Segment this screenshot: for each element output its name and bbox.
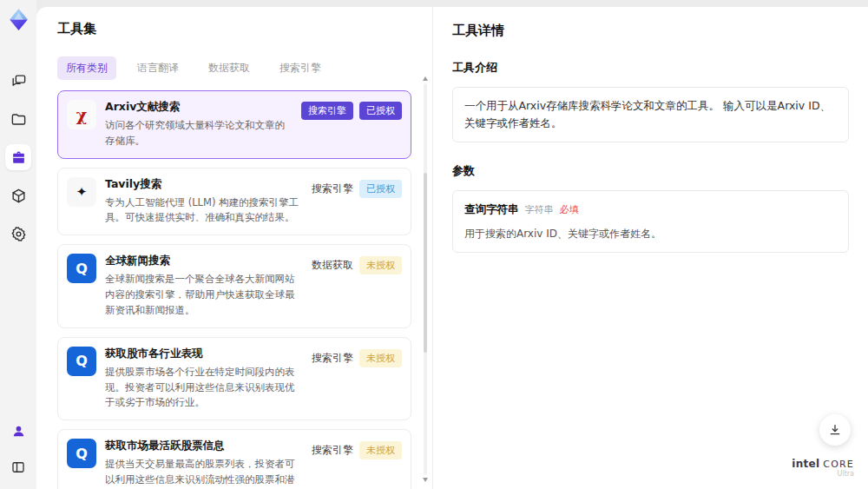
category-badge: 搜索引擎 [312,440,353,460]
category-tab[interactable]: 所有类别 [57,56,116,80]
category-tab[interactable]: 数据获取 [200,56,259,80]
folder-icon [10,111,27,128]
category-tab[interactable]: 语言翻译 [128,56,187,80]
tools-list-panel: 工具集 所有类别语言翻译数据获取搜索引擎 χ Arxiv文献搜索 访问各个研究领… [36,7,432,489]
auth-status-badge: 已授权 [359,102,402,120]
main-card: 工具集 所有类别语言翻译数据获取搜索引擎 χ Arxiv文献搜索 访问各个研究领… [36,7,868,489]
gear-icon [10,226,27,242]
category-badge: 数据获取 [312,255,353,275]
auth-status-badge: 未授权 [359,256,402,274]
app-logo-icon [7,8,30,31]
sidebar-item-cube[interactable] [5,182,31,208]
sidebar-item-chat[interactable] [5,68,31,94]
tool-list-item[interactable]: Q 全球新闻搜索 全球新闻搜索是一个聚合全球各大新闻网站内容的搜索引擎，帮助用户… [57,244,411,327]
category-tab[interactable]: 搜索引擎 [271,56,330,80]
tool-list-item[interactable]: χ Arxiv文献搜索 访问各个研究领域大量科学论文和文章的存储库。 搜索引擎 … [57,90,411,159]
panel-toggle-icon [10,459,26,475]
auth-status-badge: 未授权 [359,441,402,459]
tool-list-item[interactable]: Q 获取市场最活跃股票信息 提供当天交易量最高的股票列表，投资者可以利用这些信息… [57,429,411,489]
tool-description: 全球新闻搜索是一个聚合全球各大新闻网站内容的搜索引擎，帮助用户快速获取全球最新资… [105,272,303,318]
tool-description: 提供当天交易量最高的股票列表，投资者可以利用这些信息来识别流动性强的股票和潜在的… [105,457,303,489]
category-badge: 搜索引擎 [312,348,353,368]
tool-list-item[interactable]: Q 获取股市各行业表现 提供股票市场各个行业在特定时间段内的表现。投资者可以利用… [57,337,411,420]
auth-status-badge: 未授权 [359,349,402,367]
sidebar [0,0,36,489]
category-badge: 搜索引擎 [301,102,353,120]
scroll-up-icon[interactable] [423,76,428,81]
params-heading: 参数 [452,163,849,179]
tool-list: χ Arxiv文献搜索 访问各个研究领域大量科学论文和文章的存储库。 搜索引擎 … [57,90,411,489]
category-tabs: 所有类别语言翻译数据获取搜索引擎 [57,56,411,80]
intro-text: 一个用于从Arxiv存储库搜索科学论文和文章的工具。 输入可以是Arxiv ID… [464,99,831,129]
sidebar-item-briefcase[interactable] [5,144,31,170]
param-type: 字符串 [525,202,554,218]
page-title: 工具集 [57,21,411,37]
sidebar-item-folder[interactable] [5,106,31,132]
scroll-down-icon[interactable] [423,478,428,482]
cube-icon [10,188,27,204]
param-description: 用于搜索的Arxiv ID、关键字或作者姓名。 [464,226,837,242]
tavily-icon: ✦ [67,177,96,207]
category-badge: 搜索引擎 [312,179,353,199]
tool-title: Arxiv文献搜索 [105,100,293,115]
download-button[interactable] [819,414,851,446]
params-box: 查询字符串 字符串 必填 用于搜索的Arxiv ID、关键字或作者姓名。 [452,190,849,253]
tool-title: 获取股市各行业表现 [105,347,303,361]
tool-title: Tavily搜索 [105,177,303,192]
arxiv-icon: χ [67,100,96,129]
brand-core: CORE [823,459,854,470]
qnews-icon: Q [67,347,96,376]
app-root: 工具集 所有类别语言翻译数据获取搜索引擎 χ Arxiv文献搜索 访问各个研究领… [0,0,868,489]
param-required-flag: 必填 [560,202,579,218]
sidebar-item-user[interactable] [5,418,31,444]
param-name: 查询字符串 [464,201,519,218]
brand-intel: intel [792,458,819,470]
qnews-icon: Q [67,439,96,468]
auth-status-badge: 已授权 [359,180,402,198]
details-title: 工具详情 [452,23,849,39]
sidebar-item-gear[interactable] [5,221,31,247]
tool-description: 访问各个研究领域大量科学论文和文章的存储库。 [105,118,293,149]
intel-core-logo: intel CORE Ultra [792,459,854,479]
intro-box: 一个用于从Arxiv存储库搜索科学论文和文章的工具。 输入可以是Arxiv ID… [452,87,849,142]
tool-description: 提供股票市场各个行业在特定时间段内的表现。投资者可以利用这些信息来识别表现优于或… [105,365,303,411]
qnews-icon: Q [67,254,96,283]
scrollbar-thumb[interactable] [424,173,427,353]
tool-details-panel: 工具详情 工具介绍 一个用于从Arxiv存储库搜索科学论文和文章的工具。 输入可… [432,7,868,489]
brand-sub: Ultra [792,471,854,479]
tool-description: 专为人工智能代理 (LLM) 构建的搜索引擎工具。可快速提供实时、准确和真实的结… [105,195,303,227]
intro-heading: 工具介绍 [452,60,849,76]
chat-icon [10,73,27,89]
tool-list-item[interactable]: ✦ Tavily搜索 专为人工智能代理 (LLM) 构建的搜索引擎工具。可快速提… [57,168,411,236]
parameter-entry: 查询字符串 字符串 必填 用于搜索的Arxiv ID、关键字或作者姓名。 [464,201,837,242]
tool-title: 全球新闻搜索 [105,254,303,268]
tool-title: 获取市场最活跃股票信息 [105,439,303,453]
briefcase-icon [10,149,27,166]
sidebar-item-panel-toggle[interactable] [5,454,31,480]
download-icon [828,423,842,437]
user-icon [11,424,26,439]
list-scrollbar[interactable] [421,75,430,484]
